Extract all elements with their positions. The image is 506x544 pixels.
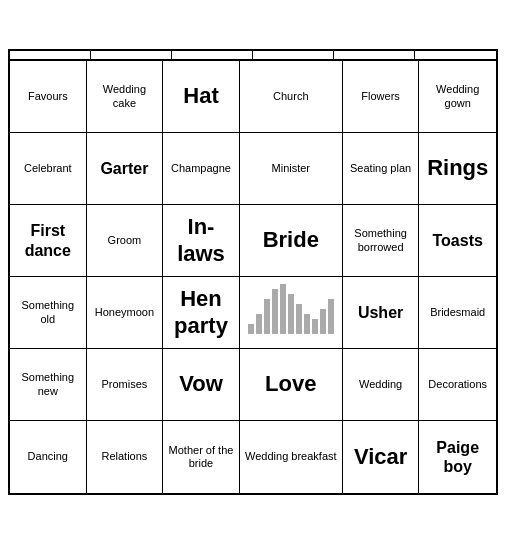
- cell-text-r2-c5: Toasts: [432, 231, 482, 250]
- cell-text-r1-c0: Celebrant: [24, 162, 72, 175]
- cell-r5-c4[interactable]: Vicar: [343, 421, 420, 493]
- cell-text-r5-c4: Vicar: [354, 444, 407, 470]
- header-o1: [334, 51, 415, 59]
- cell-text-r4-c5: Decorations: [428, 378, 487, 391]
- cell-r1-c0[interactable]: Celebrant: [10, 133, 87, 205]
- header-n: [172, 51, 253, 59]
- cell-text-r0-c2: Hat: [183, 83, 218, 109]
- cell-r2-c4[interactable]: Something borrowed: [343, 205, 420, 277]
- cell-text-r4-c1: Promises: [101, 378, 147, 391]
- cell-r4-c0[interactable]: Something new: [10, 349, 87, 421]
- bingo-card: FavoursWedding cakeHatChurchFlowersWeddi…: [8, 49, 498, 495]
- cell-r4-c5[interactable]: Decorations: [419, 349, 496, 421]
- cell-text-r0-c3: Church: [273, 90, 308, 103]
- cell-text-r3-c4: Usher: [358, 303, 403, 322]
- cell-r5-c1[interactable]: Relations: [87, 421, 164, 493]
- header-b: [10, 51, 91, 59]
- cell-r4-c4[interactable]: Wedding: [343, 349, 420, 421]
- cell-r0-c3[interactable]: Church: [240, 61, 343, 133]
- cell-r3-c0[interactable]: Something old: [10, 277, 87, 349]
- cell-text-r1-c1: Garter: [100, 159, 148, 178]
- cell-text-r4-c0: Something new: [14, 371, 82, 397]
- cell-text-r3-c1: Honeymoon: [95, 306, 154, 319]
- cell-r1-c4[interactable]: Seating plan: [343, 133, 420, 205]
- cell-text-r5-c5: Paige boy: [423, 438, 492, 476]
- cell-text-r0-c5: Wedding gown: [423, 83, 492, 109]
- cell-text-r2-c1: Groom: [108, 234, 142, 247]
- cell-text-r1-c3: Minister: [272, 162, 311, 175]
- cell-text-r5-c2: Mother of the bride: [167, 444, 235, 470]
- cell-text-r4-c3: Love: [265, 371, 316, 397]
- cell-text-r1-c2: Champagne: [171, 162, 231, 175]
- cell-text-r5-c1: Relations: [101, 450, 147, 463]
- header-g: [253, 51, 334, 59]
- cell-text-r5-c0: Dancing: [28, 450, 68, 463]
- cell-text-r3-c2: Hen party: [167, 286, 235, 339]
- cell-r1-c1[interactable]: Garter: [87, 133, 164, 205]
- cell-r0-c0[interactable]: Favours: [10, 61, 87, 133]
- cell-r0-c2[interactable]: Hat: [163, 61, 240, 133]
- cell-r1-c2[interactable]: Champagne: [163, 133, 240, 205]
- cell-r2-c1[interactable]: Groom: [87, 205, 164, 277]
- header-i: [91, 51, 172, 59]
- cell-r1-c5[interactable]: Rings: [419, 133, 496, 205]
- cell-r0-c5[interactable]: Wedding gown: [419, 61, 496, 133]
- cell-r0-c4[interactable]: Flowers: [343, 61, 420, 133]
- cell-text-r0-c4: Flowers: [361, 90, 400, 103]
- cell-r3-c4[interactable]: Usher: [343, 277, 420, 349]
- cell-r5-c0[interactable]: Dancing: [10, 421, 87, 493]
- cell-text-r5-c3: Wedding breakfast: [245, 450, 337, 463]
- cell-text-r2-c2: In-laws: [167, 214, 235, 267]
- cell-r3-c1[interactable]: Honeymoon: [87, 277, 164, 349]
- cell-r1-c3[interactable]: Minister: [240, 133, 343, 205]
- cell-r5-c5[interactable]: Paige boy: [419, 421, 496, 493]
- cell-text-r2-c3: Bride: [263, 227, 319, 253]
- cell-r3-c3[interactable]: [240, 277, 343, 349]
- cell-r2-c0[interactable]: First dance: [10, 205, 87, 277]
- cell-r4-c3[interactable]: Love: [240, 349, 343, 421]
- cell-text-r4-c4: Wedding: [359, 378, 402, 391]
- cell-r2-c5[interactable]: Toasts: [419, 205, 496, 277]
- cell-r5-c2[interactable]: Mother of the bride: [163, 421, 240, 493]
- header-o2: [415, 51, 496, 59]
- cell-text-r2-c4: Something borrowed: [347, 227, 415, 253]
- cell-text-r0-c0: Favours: [28, 90, 68, 103]
- cell-r2-c3[interactable]: Bride: [240, 205, 343, 277]
- cell-text-r2-c0: First dance: [14, 221, 82, 259]
- cell-r3-c2[interactable]: Hen party: [163, 277, 240, 349]
- cell-text-r0-c1: Wedding cake: [91, 83, 159, 109]
- bingo-grid: FavoursWedding cakeHatChurchFlowersWeddi…: [10, 61, 496, 493]
- bingo-header: [10, 51, 496, 61]
- cell-text-r4-c2: Vow: [179, 371, 223, 397]
- cell-r4-c2[interactable]: Vow: [163, 349, 240, 421]
- cell-r5-c3[interactable]: Wedding breakfast: [240, 421, 343, 493]
- cell-text-r1-c4: Seating plan: [350, 162, 411, 175]
- cell-text-r3-c5: Bridesmaid: [430, 306, 485, 319]
- cell-r3-c5[interactable]: Bridesmaid: [419, 277, 496, 349]
- cell-text-r1-c5: Rings: [427, 155, 488, 181]
- cell-text-r3-c0: Something old: [14, 299, 82, 325]
- cell-r2-c2[interactable]: In-laws: [163, 205, 240, 277]
- free-space-chart: [244, 288, 338, 338]
- cell-r0-c1[interactable]: Wedding cake: [87, 61, 164, 133]
- cell-r4-c1[interactable]: Promises: [87, 349, 164, 421]
